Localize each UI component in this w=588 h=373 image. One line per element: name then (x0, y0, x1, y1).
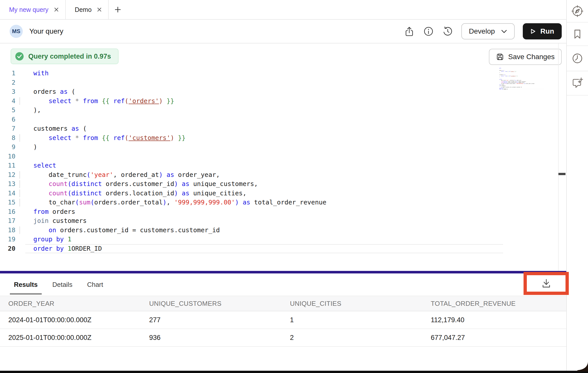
tab-details[interactable]: Details (52, 281, 72, 289)
code-token: total_order_revenue (250, 199, 326, 206)
code-line-3[interactable]: 3orders as ( (0, 87, 566, 97)
line-number: 2 (0, 78, 19, 87)
code-token: 1 (67, 245, 71, 252)
code-line-1[interactable]: 1with (0, 69, 566, 78)
table-row[interactable]: 2024-01-01T00:00:00.000Z2771112,179.40 (0, 311, 566, 329)
table-cell: 2 (282, 334, 422, 342)
code-token: date_trunc (33, 171, 87, 178)
sidebar-item-explore[interactable] (567, 0, 588, 22)
editor-scrollbar-track (558, 43, 559, 271)
history-button[interactable] (442, 26, 453, 37)
right-sidebar (566, 0, 588, 373)
code-token: customers (49, 217, 87, 224)
close-icon[interactable] (97, 7, 102, 12)
code-line-8[interactable]: 8 select * from {{ ref('customers') }} (0, 133, 566, 143)
sidebar-item-ai-assistant[interactable] (567, 71, 588, 96)
code-line-20: order by 1ORDER_ID (499, 89, 544, 90)
code-line-12[interactable]: 12 date_trunc('year', ordered_at) as ord… (0, 170, 566, 180)
code-token: ( (67, 190, 71, 197)
code-line-15[interactable]: 15 to_char(sum(orders.order_total), '999… (0, 198, 566, 207)
code-line-content: order by 1ORDER_ID (499, 89, 508, 90)
code-token (33, 97, 49, 105)
code-token: ) (159, 171, 163, 178)
code-line-13[interactable]: 13 count(distinct orders.customer_id) as… (0, 179, 566, 189)
share-button[interactable] (404, 26, 415, 37)
code-line-content (19, 115, 33, 124)
line-number: 6 (0, 115, 19, 124)
code-line-11[interactable]: 11select (0, 161, 566, 170)
code-line-10[interactable]: 10 (0, 152, 566, 161)
code-token (499, 87, 501, 87)
query-status-badge: Query completed in 0.97s (11, 49, 119, 64)
run-button[interactable]: Run (523, 23, 562, 39)
tab-chart[interactable]: Chart (87, 281, 103, 289)
tab-my-new-query[interactable]: My new query (0, 0, 66, 19)
code-token: as (72, 125, 79, 132)
code-line-content: join customers (19, 216, 87, 226)
save-changes-button[interactable]: Save Changes (489, 49, 562, 65)
table-cell: 277 (141, 316, 282, 324)
download-results-button[interactable] (540, 278, 552, 289)
tab-results[interactable]: Results (14, 281, 38, 289)
code-line-4[interactable]: 4 select * from {{ ref('orders') }} (0, 97, 566, 106)
sidebar-item-history[interactable] (567, 46, 588, 71)
code-token: ( (505, 75, 506, 75)
sidebar-item-bookmarks[interactable] (567, 22, 588, 46)
code-line-content: select * from {{ ref('orders') }} (19, 97, 174, 106)
history-clock-icon (442, 26, 453, 37)
code-token: {{ (102, 97, 113, 105)
code-token: select (49, 134, 71, 142)
code-line-content: with (19, 69, 49, 78)
code-token: orders.order_total (507, 83, 515, 84)
code-line-9[interactable]: 9) (0, 143, 566, 152)
code-token: join (33, 217, 49, 224)
develop-dropdown[interactable]: Develop (461, 23, 515, 39)
editor-minimap[interactable]: withorders as ( select * from {{ ref('or… (499, 68, 544, 93)
code-token (98, 134, 102, 142)
panel-divider-bar[interactable] (0, 271, 566, 273)
chat-sparkle-icon (571, 77, 583, 89)
code-line-19[interactable]: 19group by 1 (0, 235, 566, 244)
code-line-2[interactable]: 2 (0, 78, 566, 87)
code-token: ref (113, 134, 125, 142)
line-number: 7 (0, 124, 19, 133)
code-token (499, 81, 501, 82)
code-token: total_order_revenue (525, 83, 534, 84)
new-tab-button[interactable] (109, 0, 127, 19)
code-token: orders.customer_id = customers.customer_… (502, 87, 522, 87)
compass-icon (571, 5, 583, 17)
code-token: customers (33, 125, 72, 132)
code-area[interactable]: 1with23orders as (4 select * from {{ ref… (0, 69, 566, 253)
close-icon[interactable] (54, 7, 59, 12)
code-token: order_year, (516, 80, 522, 81)
code-line-6[interactable]: 6 (0, 115, 566, 124)
editor-scrollbar-thumb[interactable] (558, 173, 566, 175)
code-line-7[interactable]: 7customers as ( (0, 124, 566, 133)
table-row[interactable]: 2025-01-01T00:00:00.000Z9362677,047.27 (0, 329, 566, 347)
code-line-16[interactable]: 16from orders (0, 207, 566, 217)
tab-demo[interactable]: Demo (66, 0, 109, 19)
code-line-content: on orders.customer_id = customers.custom… (19, 226, 220, 235)
code-token: orders.customer_id (508, 81, 516, 82)
code-token: 'year' (91, 171, 113, 178)
table-cell: 936 (141, 334, 282, 342)
line-number: 12 (0, 170, 19, 180)
code-line-20[interactable]: 20order by 1ORDER_ID (0, 244, 566, 253)
code-line-18[interactable]: 18 on orders.customer_id = customers.cus… (0, 226, 566, 235)
code-token: group by (33, 236, 64, 243)
bottom-edge-bar (0, 371, 588, 373)
code-token: orders.location_id (508, 82, 516, 83)
code-line-17[interactable]: 17join customers (0, 216, 566, 226)
info-button[interactable] (423, 26, 434, 37)
code-token (79, 134, 83, 142)
results-panel: Results Details Chart ORDER_YEAR UNIQUE_… (0, 273, 566, 371)
save-icon (496, 53, 504, 61)
code-line-5[interactable]: 5), (0, 106, 566, 115)
code-token (33, 226, 49, 234)
code-token: select (501, 71, 504, 72)
code-token: count (49, 180, 67, 188)
code-line-14[interactable]: 14 count(distinct orders.location_id) as… (0, 189, 566, 198)
code-token: ORDER_ID (504, 89, 507, 90)
code-token: 1 (503, 88, 504, 88)
code-token: from (505, 71, 507, 72)
